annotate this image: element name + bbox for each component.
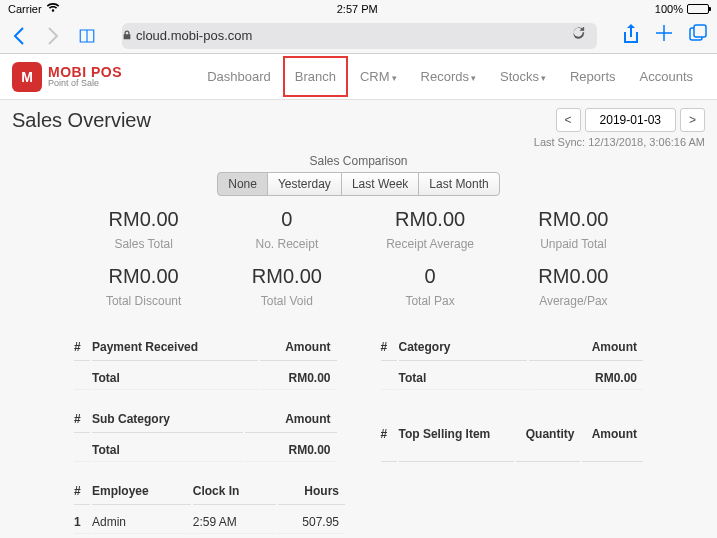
stat-avgpax-val: RM0.00 — [502, 265, 645, 288]
logo-sub: Point of Sale — [48, 79, 122, 88]
page-title: Sales Overview — [12, 109, 151, 132]
seg-none[interactable]: None — [217, 172, 268, 196]
nav-crm[interactable]: CRM▾ — [348, 56, 409, 97]
stat-pax-lbl: Total Pax — [359, 294, 502, 316]
seg-last-month[interactable]: Last Month — [418, 172, 499, 196]
stat-sales-total-lbl: Sales Total — [72, 237, 215, 259]
device-status-bar: Carrier 2:57 PM 100% — [0, 0, 717, 18]
tabs-icon[interactable] — [689, 24, 707, 47]
date-nav: < 2019-01-03 > — [556, 108, 705, 132]
table-row: 1 Admin 2:59 AM 507.95 — [74, 507, 345, 534]
address-bar[interactable]: cloud.mobi-pos.com — [122, 23, 597, 49]
browser-toolbar: cloud.mobi-pos.com — [0, 18, 717, 54]
table-row: TotalRM0.00 — [381, 363, 644, 390]
seg-yesterday[interactable]: Yesterday — [267, 172, 342, 196]
stat-void-lbl: Total Void — [215, 294, 358, 316]
stat-no-receipt-lbl: No. Receipt — [215, 237, 358, 259]
logo-icon: M — [12, 62, 42, 92]
subcategory-table: #Sub CategoryAmount TotalRM0.00 — [72, 406, 339, 464]
reload-icon[interactable] — [573, 27, 587, 44]
seg-last-week[interactable]: Last Week — [341, 172, 419, 196]
nav-branch[interactable]: Branch — [283, 56, 348, 97]
stats-grid: RM0.00 0 RM0.00 RM0.00 Sales Total No. R… — [72, 208, 645, 316]
stat-sales-total-val: RM0.00 — [72, 208, 215, 231]
stat-avgpax-lbl: Average/Pax — [502, 294, 645, 316]
topselling-table: #Top Selling ItemQuantityAmount — [379, 406, 646, 464]
nav-reports[interactable]: Reports — [558, 56, 628, 97]
category-table: #CategoryAmount TotalRM0.00 — [379, 334, 646, 392]
nav-records[interactable]: Records▾ — [409, 56, 488, 97]
stat-no-receipt-val: 0 — [215, 208, 358, 231]
content: Sales Overview < 2019-01-03 > Last Sync:… — [0, 100, 717, 538]
clock-label: 2:57 PM — [337, 3, 378, 15]
logo-main: MOBI POS — [48, 65, 122, 79]
payment-table: #Payment ReceivedAmount TotalRM0.00 — [72, 334, 339, 392]
stat-void-val: RM0.00 — [215, 265, 358, 288]
svg-rect-1 — [694, 25, 706, 37]
date-next-button[interactable]: > — [680, 108, 705, 132]
back-button[interactable] — [10, 27, 28, 45]
comparison-segmented: None Yesterday Last Week Last Month — [12, 172, 705, 196]
url-text: cloud.mobi-pos.com — [136, 28, 252, 43]
employee-table: # Employee Clock In Hours 1 Admin 2:59 A… — [72, 478, 347, 536]
stat-pax-val: 0 — [359, 265, 502, 288]
lock-icon — [122, 28, 132, 43]
stat-receipt-avg-val: RM0.00 — [359, 208, 502, 231]
wifi-icon — [46, 3, 60, 15]
stat-unpaid-total-lbl: Unpaid Total — [502, 237, 645, 259]
chevron-down-icon: ▾ — [541, 73, 546, 83]
nav-dashboard[interactable]: Dashboard — [195, 56, 283, 97]
chevron-down-icon: ▾ — [471, 73, 476, 83]
forward-button[interactable] — [44, 27, 62, 45]
comparison-title: Sales Comparison — [12, 154, 705, 168]
date-prev-button[interactable]: < — [556, 108, 581, 132]
main-nav: Dashboard Branch CRM▾ Records▾ Stocks▾ R… — [195, 56, 705, 97]
chevron-down-icon: ▾ — [392, 73, 397, 83]
battery-icon — [687, 4, 709, 14]
carrier-label: Carrier — [8, 3, 42, 15]
new-tab-icon[interactable] — [655, 24, 673, 47]
stat-discount-val: RM0.00 — [72, 265, 215, 288]
last-sync-label: Last Sync: 12/13/2018, 3:06:16 AM — [12, 136, 705, 148]
app-header: M MOBI POS Point of Sale Dashboard Branc… — [0, 54, 717, 100]
logo[interactable]: M MOBI POS Point of Sale — [12, 62, 122, 92]
nav-accounts[interactable]: Accounts — [628, 56, 705, 97]
stat-receipt-avg-lbl: Receipt Average — [359, 237, 502, 259]
table-row: TotalRM0.00 — [74, 363, 337, 390]
stat-discount-lbl: Total Discount — [72, 294, 215, 316]
nav-stocks[interactable]: Stocks▾ — [488, 56, 558, 97]
date-field[interactable]: 2019-01-03 — [585, 108, 676, 132]
stat-unpaid-total-val: RM0.00 — [502, 208, 645, 231]
bookmarks-icon[interactable] — [78, 27, 96, 45]
share-icon[interactable] — [623, 24, 639, 47]
table-row: TotalRM0.00 — [74, 435, 337, 462]
battery-pct: 100% — [655, 3, 683, 15]
